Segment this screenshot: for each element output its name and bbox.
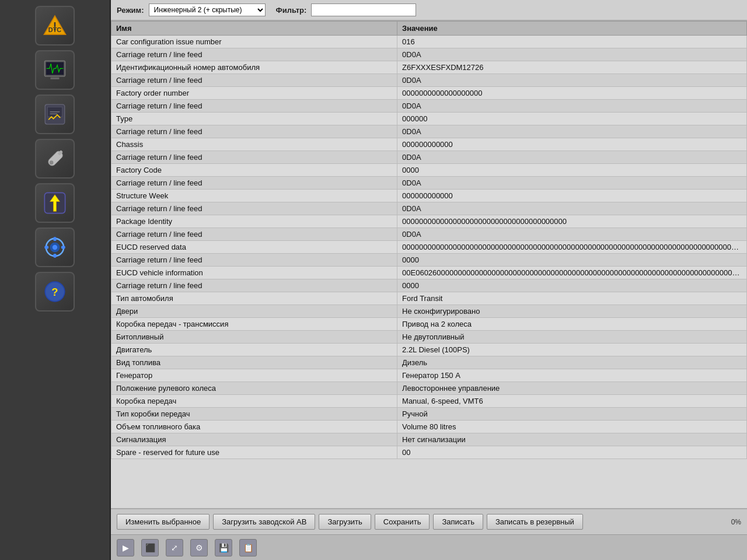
table-row[interactable]: Вид топливаДизель	[111, 356, 747, 369]
sidebar-btn-flash[interactable]	[35, 183, 75, 223]
table-cell-value: 0000	[397, 164, 747, 177]
table-cell-value: 000000000000	[397, 190, 747, 202]
table-cell-value: Не двутопливный	[397, 331, 747, 344]
table-cell-value: 0D0A	[397, 151, 747, 164]
svg-point-3	[54, 29, 55, 30]
table-row[interactable]: Коробка передач - трансмиссияПривод на 2…	[111, 318, 747, 331]
table-cell-value: Не сконфигурировано	[397, 305, 747, 318]
table-cell-value: 016	[397, 36, 747, 48]
table-cell-value: 0000	[397, 279, 747, 292]
table-row[interactable]: Идентификационный номер автомобиляZ6FXXX…	[111, 61, 747, 74]
table-row[interactable]: Factory Code0000	[111, 164, 747, 177]
table-cell-name: Type	[111, 113, 397, 125]
table-cell-name: Spare - reserved for future use	[111, 446, 397, 459]
table-row[interactable]: Carriage return / line feed0D0A	[111, 48, 747, 61]
write-backup-button[interactable]: Записать в резервный	[487, 514, 583, 530]
statusbar-settings-btn[interactable]: ⚙	[190, 539, 208, 556]
table-row[interactable]: Carriage return / line feed0D0A	[111, 228, 747, 241]
table-cell-value: 0D0A	[397, 74, 747, 87]
sidebar-btn-oscilloscope[interactable]	[35, 50, 75, 90]
sidebar-btn-help[interactable]: ?	[35, 272, 75, 312]
table-cell-value: Z6FXXXESFXDM12726	[397, 61, 747, 74]
table-cell-value: 00E0602600000000000000000000000000000000…	[397, 267, 747, 279]
table-row[interactable]: Type000000	[111, 113, 747, 125]
table-cell-value: 0D0A	[397, 125, 747, 138]
table-row[interactable]: ДвериНе сконфигурировано	[111, 305, 747, 318]
table-cell-name: EUCD vehicle information	[111, 267, 397, 279]
write-button[interactable]: Записать	[433, 514, 483, 530]
table-row[interactable]: Carriage return / line feed0D0A	[111, 177, 747, 190]
statusbar-stop-btn[interactable]: ⬛	[141, 539, 159, 556]
table-row[interactable]: Объем топливного бакаVolume 80 litres	[111, 421, 747, 433]
sidebar: DTC	[0, 0, 111, 560]
table-row[interactable]: Тип автомобиляFord Transit	[111, 292, 747, 305]
table-row[interactable]: БитопливныйНе двутопливный	[111, 331, 747, 344]
table-row[interactable]: Положение рулевого колесаЛевостороннее у…	[111, 382, 747, 395]
mode-select[interactable]: Инженерный 2 (+ скрытые)	[149, 4, 266, 16]
sidebar-btn-gear[interactable]	[35, 228, 75, 267]
table-row[interactable]: Carriage return / line feed0D0A	[111, 151, 747, 164]
table-row[interactable]: Structure Week000000000000	[111, 190, 747, 202]
table-cell-name: Carriage return / line feed	[111, 125, 397, 138]
table-cell-name: Structure Week	[111, 190, 397, 202]
table-row[interactable]: EUCD reserved data0000000000000000000000…	[111, 241, 747, 254]
svg-text:?: ?	[51, 286, 58, 298]
change-selected-button[interactable]: Изменить выбранное	[117, 514, 210, 530]
main-content: Режим: Инженерный 2 (+ скрытые) Фильтр: …	[111, 0, 747, 560]
table-cell-value: 0000000000000000000	[397, 87, 747, 100]
table-row[interactable]: Carriage return / line feed0D0A	[111, 100, 747, 113]
table-cell-name: Идентификационный номер автомобиля	[111, 61, 397, 74]
svg-point-11	[50, 160, 54, 164]
load-factory-ab-button[interactable]: Загрузить заводской AB	[213, 514, 315, 530]
statusbar-save-btn[interactable]: 💾	[215, 539, 232, 556]
table-cell-value: Нет сигнализации	[397, 433, 747, 446]
table-row[interactable]: СигнализацияНет сигнализации	[111, 433, 747, 446]
table-cell-name: Тип автомобиля	[111, 292, 397, 305]
sidebar-btn-settings[interactable]	[35, 139, 75, 178]
table-cell-name: Битопливный	[111, 331, 397, 344]
table-cell-value: 0D0A	[397, 48, 747, 61]
table-cell-value: 0D0A	[397, 228, 747, 241]
table-row[interactable]: Car configuration issue number016	[111, 36, 747, 48]
table-row[interactable]: Spare - reserved for future use00	[111, 446, 747, 459]
data-table: Имя Значение Car configuration issue num…	[111, 21, 747, 459]
table-cell-name: Carriage return / line feed	[111, 48, 397, 61]
table-row[interactable]: Carriage return / line feed0D0A	[111, 125, 747, 138]
table-cell-value: Volume 80 litres	[397, 421, 747, 433]
sidebar-btn-actuator[interactable]	[35, 94, 75, 134]
table-row[interactable]: Carriage return / line feed0D0A	[111, 74, 747, 87]
bottom-buttons-bar: Изменить выбранное Загрузить заводской A…	[111, 508, 747, 534]
table-cell-name: Двери	[111, 305, 397, 318]
table-row[interactable]: Двигатель2.2L Diesel (100PS)	[111, 344, 747, 356]
table-cell-value: 2.2L Diesel (100PS)	[397, 344, 747, 356]
table-cell-value: Левостороннее управление	[397, 382, 747, 395]
statusbar-resize-btn[interactable]: ⤢	[166, 539, 183, 556]
table-row[interactable]: Коробка передачManual, 6-speed, VMT6	[111, 395, 747, 408]
table-row[interactable]: Тип коробки передачРучной	[111, 408, 747, 421]
table-cell-value: Ford Transit	[397, 292, 747, 305]
table-cell-value: 000000000000	[397, 138, 747, 151]
table-cell-name: EUCD reserved data	[111, 241, 397, 254]
table-row[interactable]: Carriage return / line feed0D0A	[111, 202, 747, 215]
load-button[interactable]: Загрузить	[319, 514, 371, 530]
table-cell-value: Дизель	[397, 356, 747, 369]
table-row[interactable]: Factory order number0000000000000000000	[111, 87, 747, 100]
statusbar-config-btn[interactable]: 📋	[239, 539, 257, 556]
table-cell-value: 0000000000000000000000000000000000000000…	[397, 241, 747, 254]
filter-input[interactable]	[311, 4, 416, 16]
col-header-name: Имя	[111, 22, 397, 36]
table-row[interactable]: EUCD vehicle information00E0602600000000…	[111, 267, 747, 279]
table-cell-name: Коробка передач - трансмиссия	[111, 318, 397, 331]
table-cell-name: Chassis	[111, 138, 397, 151]
table-row[interactable]: Package Identity000000000000000000000000…	[111, 215, 747, 228]
table-cell-name: Factory Code	[111, 164, 397, 177]
sidebar-btn-dtc[interactable]: DTC	[35, 6, 75, 46]
table-row[interactable]: Carriage return / line feed0000	[111, 254, 747, 267]
table-header-row: Имя Значение	[111, 22, 747, 36]
statusbar-play-btn[interactable]: ▶	[117, 539, 134, 556]
table-row[interactable]: Chassis000000000000	[111, 138, 747, 151]
save-button[interactable]: Сохранить	[375, 514, 430, 530]
table-row[interactable]: ГенераторГенератор 150 А	[111, 369, 747, 382]
table-row[interactable]: Carriage return / line feed0000	[111, 279, 747, 292]
table-cell-value: 0D0A	[397, 100, 747, 113]
